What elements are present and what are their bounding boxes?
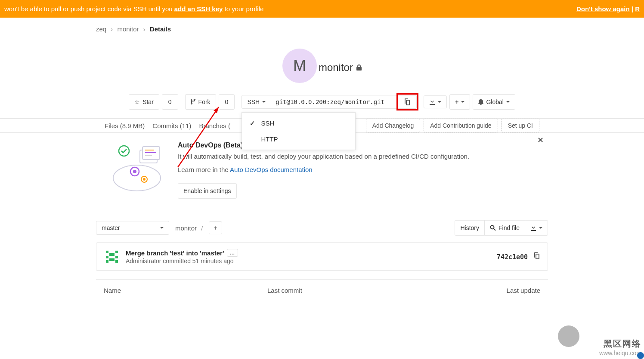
history-button[interactable]: History	[455, 220, 485, 236]
project-avatar: M	[282, 49, 317, 83]
devops-illustration	[109, 141, 165, 193]
svg-rect-17	[115, 251, 118, 253]
enable-devops-button[interactable]: Enable in settings	[178, 183, 237, 199]
commit-meta: Administrator committed 51 minutes ago	[126, 258, 491, 264]
protocol-dropdown-menu: SSH HTTP	[242, 112, 356, 150]
svg-point-2	[133, 170, 136, 173]
remind-later-link[interactable]: R	[635, 5, 640, 12]
star-icon: ☆	[134, 98, 140, 106]
breadcrumb-page: Details	[150, 25, 171, 33]
ssh-warning-banner: won't be able to pull or push project co…	[0, 0, 644, 18]
svg-rect-21	[115, 256, 118, 258]
last-commit-panel: Merge branch 'test' into 'master' … Admi…	[96, 242, 548, 271]
expand-message-button[interactable]: …	[227, 249, 238, 257]
protocol-option-http[interactable]: HTTP	[242, 131, 355, 147]
download-icon	[530, 225, 536, 231]
svg-rect-25	[115, 260, 118, 263]
caret-down-icon	[461, 101, 464, 103]
setup-ci-button[interactable]: Set up CI	[502, 119, 539, 132]
star-count: 0	[162, 94, 178, 110]
add-contribution-button[interactable]: Add Contribution guide	[424, 119, 498, 132]
svg-point-4	[143, 178, 146, 181]
find-file-button[interactable]: Find file	[484, 220, 525, 236]
stat-branches[interactable]: Branches (	[199, 122, 230, 129]
caret-down-icon	[438, 101, 441, 103]
clone-protocol-dropdown[interactable]: SSH	[242, 95, 271, 109]
download-dropdown[interactable]	[424, 95, 447, 108]
breadcrumb: zeq › monitor › Details	[96, 18, 548, 38]
close-icon[interactable]: ✕	[537, 135, 544, 145]
add-changelog-button[interactable]: Add Changelog	[366, 119, 421, 132]
project-title: monitor	[319, 61, 362, 74]
svg-rect-23	[112, 258, 115, 261]
svg-point-0	[113, 165, 161, 191]
caret-down-icon	[539, 227, 542, 229]
breadcrumb-project[interactable]: monitor	[118, 25, 139, 33]
svg-rect-18	[109, 253, 112, 256]
branch-selector[interactable]: master	[96, 221, 169, 235]
add-ssh-key-link[interactable]: add an SSH key	[174, 5, 223, 12]
stat-files[interactable]: Files (8.9 MB)	[105, 122, 145, 129]
column-last-update: Last update	[480, 287, 540, 294]
star-button[interactable]: ☆ Star	[129, 94, 159, 110]
svg-point-10	[119, 146, 129, 156]
banner-text-suffix: to your profile	[224, 5, 263, 12]
stat-commits[interactable]: Commits (11)	[152, 122, 191, 129]
svg-rect-20	[106, 256, 108, 258]
add-dropdown[interactable]: +	[449, 94, 470, 110]
column-last-commit: Last commit	[267, 287, 480, 294]
svg-line-14	[494, 229, 495, 230]
clipboard-icon	[404, 98, 410, 105]
devops-docs-link[interactable]: Auto DevOps documentation	[230, 166, 313, 173]
banner-text-prefix: won't be able to pull or push project co…	[4, 5, 174, 12]
copy-sha-button[interactable]	[534, 254, 540, 261]
clone-url-input[interactable]	[271, 95, 398, 109]
bell-icon	[478, 99, 483, 105]
search-icon	[490, 225, 496, 231]
fork-icon	[191, 99, 196, 105]
svg-rect-16	[106, 251, 108, 253]
chevron-down-icon	[160, 227, 164, 229]
fork-count: 0	[219, 94, 235, 110]
svg-rect-22	[109, 258, 112, 261]
breadcrumb-group[interactable]: zeq	[96, 25, 106, 33]
add-file-button[interactable]: +	[209, 221, 222, 234]
svg-rect-24	[106, 260, 108, 263]
download-source-button[interactable]	[525, 220, 548, 236]
file-path-breadcrumb: monitor /	[175, 224, 205, 232]
commit-message[interactable]: Merge branch 'test' into 'master' …	[126, 249, 238, 257]
protocol-option-ssh[interactable]: SSH	[242, 115, 355, 131]
download-icon	[429, 99, 435, 105]
plus-icon: +	[455, 98, 458, 106]
dont-show-again-link[interactable]: Don't show again	[576, 5, 630, 12]
copy-url-button[interactable]	[398, 95, 417, 109]
svg-rect-19	[112, 253, 115, 256]
commit-author-avatar	[104, 249, 120, 264]
devops-description: It will automatically build, test, and d…	[178, 152, 469, 162]
file-table-header: Name Last commit Last update	[96, 279, 548, 299]
caret-down-icon	[506, 101, 510, 103]
commit-sha[interactable]: 742c1e00	[497, 253, 528, 261]
fork-button[interactable]: Fork	[185, 94, 216, 110]
notification-dropdown[interactable]: Global	[473, 94, 515, 110]
svg-point-13	[490, 226, 494, 229]
column-name: Name	[104, 287, 267, 294]
caret-down-icon	[262, 101, 266, 103]
lock-icon	[356, 64, 362, 71]
